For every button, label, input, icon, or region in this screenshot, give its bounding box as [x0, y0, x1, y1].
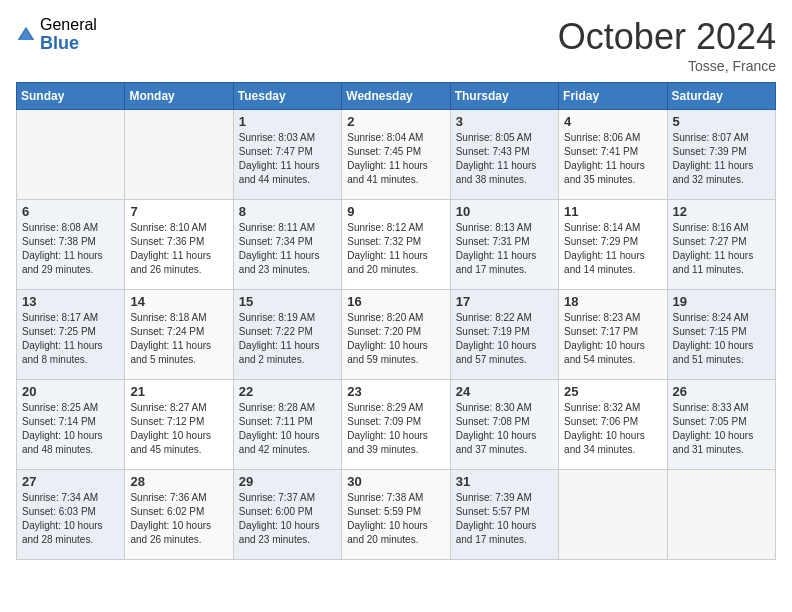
calendar-cell: [17, 110, 125, 200]
calendar-cell: 15Sunrise: 8:19 AMSunset: 7:22 PMDayligh…: [233, 290, 341, 380]
day-number: 24: [456, 384, 553, 399]
day-info: Sunrise: 7:34 AMSunset: 6:03 PMDaylight:…: [22, 491, 119, 547]
day-info: Sunrise: 8:08 AMSunset: 7:38 PMDaylight:…: [22, 221, 119, 277]
day-info: Sunrise: 8:03 AMSunset: 7:47 PMDaylight:…: [239, 131, 336, 187]
week-row-5: 27Sunrise: 7:34 AMSunset: 6:03 PMDayligh…: [17, 470, 776, 560]
day-info: Sunrise: 8:07 AMSunset: 7:39 PMDaylight:…: [673, 131, 770, 187]
weekday-header-sunday: Sunday: [17, 83, 125, 110]
logo-icon: [16, 25, 36, 45]
calendar-cell: 24Sunrise: 8:30 AMSunset: 7:08 PMDayligh…: [450, 380, 558, 470]
calendar-cell: 11Sunrise: 8:14 AMSunset: 7:29 PMDayligh…: [559, 200, 667, 290]
day-info: Sunrise: 8:16 AMSunset: 7:27 PMDaylight:…: [673, 221, 770, 277]
calendar-cell: 18Sunrise: 8:23 AMSunset: 7:17 PMDayligh…: [559, 290, 667, 380]
day-info: Sunrise: 8:05 AMSunset: 7:43 PMDaylight:…: [456, 131, 553, 187]
day-info: Sunrise: 7:37 AMSunset: 6:00 PMDaylight:…: [239, 491, 336, 547]
day-number: 3: [456, 114, 553, 129]
day-number: 31: [456, 474, 553, 489]
calendar-cell: 31Sunrise: 7:39 AMSunset: 5:57 PMDayligh…: [450, 470, 558, 560]
weekday-header-saturday: Saturday: [667, 83, 775, 110]
day-info: Sunrise: 8:17 AMSunset: 7:25 PMDaylight:…: [22, 311, 119, 367]
day-info: Sunrise: 8:22 AMSunset: 7:19 PMDaylight:…: [456, 311, 553, 367]
week-row-1: 1Sunrise: 8:03 AMSunset: 7:47 PMDaylight…: [17, 110, 776, 200]
calendar-cell: 27Sunrise: 7:34 AMSunset: 6:03 PMDayligh…: [17, 470, 125, 560]
calendar-cell: 26Sunrise: 8:33 AMSunset: 7:05 PMDayligh…: [667, 380, 775, 470]
weekday-header-wednesday: Wednesday: [342, 83, 450, 110]
calendar-cell: [125, 110, 233, 200]
calendar-cell: 7Sunrise: 8:10 AMSunset: 7:36 PMDaylight…: [125, 200, 233, 290]
day-info: Sunrise: 8:18 AMSunset: 7:24 PMDaylight:…: [130, 311, 227, 367]
calendar-cell: 12Sunrise: 8:16 AMSunset: 7:27 PMDayligh…: [667, 200, 775, 290]
location-subtitle: Tosse, France: [558, 58, 776, 74]
day-number: 14: [130, 294, 227, 309]
day-number: 13: [22, 294, 119, 309]
weekday-header-friday: Friday: [559, 83, 667, 110]
day-info: Sunrise: 8:20 AMSunset: 7:20 PMDaylight:…: [347, 311, 444, 367]
day-info: Sunrise: 8:27 AMSunset: 7:12 PMDaylight:…: [130, 401, 227, 457]
calendar-cell: 9Sunrise: 8:12 AMSunset: 7:32 PMDaylight…: [342, 200, 450, 290]
week-row-2: 6Sunrise: 8:08 AMSunset: 7:38 PMDaylight…: [17, 200, 776, 290]
day-number: 19: [673, 294, 770, 309]
logo: General Blue: [16, 16, 97, 53]
day-info: Sunrise: 7:39 AMSunset: 5:57 PMDaylight:…: [456, 491, 553, 547]
day-number: 5: [673, 114, 770, 129]
day-info: Sunrise: 7:36 AMSunset: 6:02 PMDaylight:…: [130, 491, 227, 547]
calendar-cell: 21Sunrise: 8:27 AMSunset: 7:12 PMDayligh…: [125, 380, 233, 470]
day-number: 8: [239, 204, 336, 219]
logo-general: General: [40, 16, 97, 34]
day-info: Sunrise: 8:28 AMSunset: 7:11 PMDaylight:…: [239, 401, 336, 457]
calendar-table: SundayMondayTuesdayWednesdayThursdayFrid…: [16, 82, 776, 560]
calendar-cell: 8Sunrise: 8:11 AMSunset: 7:34 PMDaylight…: [233, 200, 341, 290]
day-info: Sunrise: 8:04 AMSunset: 7:45 PMDaylight:…: [347, 131, 444, 187]
calendar-cell: 17Sunrise: 8:22 AMSunset: 7:19 PMDayligh…: [450, 290, 558, 380]
day-number: 26: [673, 384, 770, 399]
calendar-cell: 4Sunrise: 8:06 AMSunset: 7:41 PMDaylight…: [559, 110, 667, 200]
day-number: 21: [130, 384, 227, 399]
day-info: Sunrise: 8:12 AMSunset: 7:32 PMDaylight:…: [347, 221, 444, 277]
calendar-cell: 19Sunrise: 8:24 AMSunset: 7:15 PMDayligh…: [667, 290, 775, 380]
day-number: 10: [456, 204, 553, 219]
calendar-cell: 23Sunrise: 8:29 AMSunset: 7:09 PMDayligh…: [342, 380, 450, 470]
day-info: Sunrise: 8:14 AMSunset: 7:29 PMDaylight:…: [564, 221, 661, 277]
day-info: Sunrise: 8:30 AMSunset: 7:08 PMDaylight:…: [456, 401, 553, 457]
day-number: 1: [239, 114, 336, 129]
day-number: 20: [22, 384, 119, 399]
day-number: 30: [347, 474, 444, 489]
day-info: Sunrise: 8:06 AMSunset: 7:41 PMDaylight:…: [564, 131, 661, 187]
day-number: 17: [456, 294, 553, 309]
calendar-cell: 10Sunrise: 8:13 AMSunset: 7:31 PMDayligh…: [450, 200, 558, 290]
day-number: 27: [22, 474, 119, 489]
calendar-cell: 30Sunrise: 7:38 AMSunset: 5:59 PMDayligh…: [342, 470, 450, 560]
day-info: Sunrise: 7:38 AMSunset: 5:59 PMDaylight:…: [347, 491, 444, 547]
day-info: Sunrise: 8:32 AMSunset: 7:06 PMDaylight:…: [564, 401, 661, 457]
day-number: 12: [673, 204, 770, 219]
weekday-header-tuesday: Tuesday: [233, 83, 341, 110]
day-number: 28: [130, 474, 227, 489]
calendar-cell: 5Sunrise: 8:07 AMSunset: 7:39 PMDaylight…: [667, 110, 775, 200]
day-number: 11: [564, 204, 661, 219]
page-header: General Blue October 2024 Tosse, France: [16, 16, 776, 74]
calendar-header: SundayMondayTuesdayWednesdayThursdayFrid…: [17, 83, 776, 110]
calendar-cell: 14Sunrise: 8:18 AMSunset: 7:24 PMDayligh…: [125, 290, 233, 380]
day-info: Sunrise: 8:25 AMSunset: 7:14 PMDaylight:…: [22, 401, 119, 457]
calendar-cell: 29Sunrise: 7:37 AMSunset: 6:00 PMDayligh…: [233, 470, 341, 560]
day-info: Sunrise: 8:10 AMSunset: 7:36 PMDaylight:…: [130, 221, 227, 277]
calendar-cell: 1Sunrise: 8:03 AMSunset: 7:47 PMDaylight…: [233, 110, 341, 200]
day-number: 18: [564, 294, 661, 309]
day-info: Sunrise: 8:29 AMSunset: 7:09 PMDaylight:…: [347, 401, 444, 457]
calendar-cell: 16Sunrise: 8:20 AMSunset: 7:20 PMDayligh…: [342, 290, 450, 380]
month-title: October 2024: [558, 16, 776, 58]
day-number: 23: [347, 384, 444, 399]
calendar-cell: 25Sunrise: 8:32 AMSunset: 7:06 PMDayligh…: [559, 380, 667, 470]
week-row-4: 20Sunrise: 8:25 AMSunset: 7:14 PMDayligh…: [17, 380, 776, 470]
calendar-cell: 22Sunrise: 8:28 AMSunset: 7:11 PMDayligh…: [233, 380, 341, 470]
day-number: 22: [239, 384, 336, 399]
day-number: 29: [239, 474, 336, 489]
day-info: Sunrise: 8:11 AMSunset: 7:34 PMDaylight:…: [239, 221, 336, 277]
calendar-cell: 2Sunrise: 8:04 AMSunset: 7:45 PMDaylight…: [342, 110, 450, 200]
calendar-cell: [667, 470, 775, 560]
day-info: Sunrise: 8:24 AMSunset: 7:15 PMDaylight:…: [673, 311, 770, 367]
logo-text: General Blue: [40, 16, 97, 53]
weekday-header-monday: Monday: [125, 83, 233, 110]
day-info: Sunrise: 8:33 AMSunset: 7:05 PMDaylight:…: [673, 401, 770, 457]
day-number: 4: [564, 114, 661, 129]
